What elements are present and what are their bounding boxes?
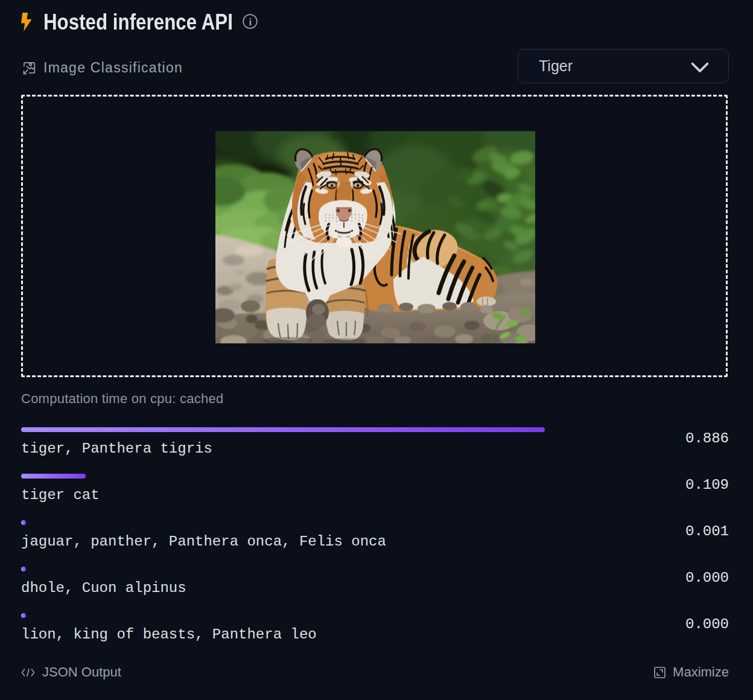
svg-text:i: i (249, 16, 252, 28)
